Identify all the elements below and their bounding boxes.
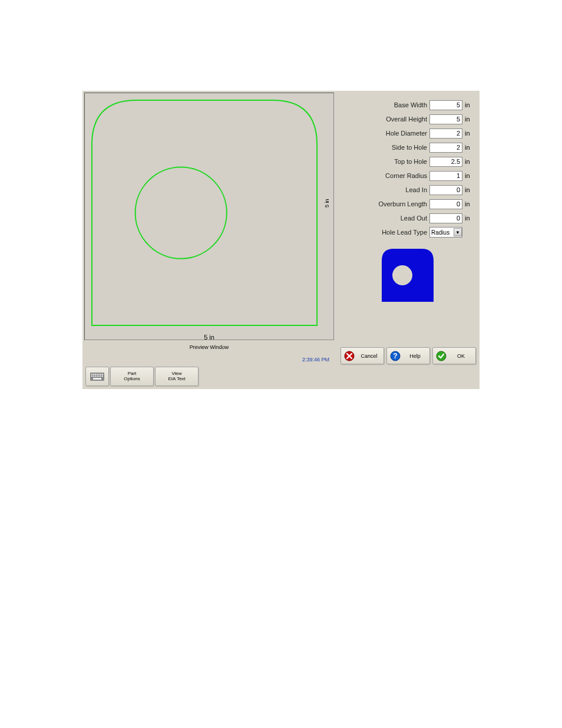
cancel-icon [344,351,355,361]
row-hole-diameter: Hole Diameter in [345,126,474,140]
parameter-panel: Base Width in Overall Height in Hole Dia… [345,98,474,239]
label-lead-in: Lead In [345,186,427,193]
label-corner-radius: Corner Radius [345,172,427,179]
svg-text:?: ? [393,352,397,360]
clock-label: 2:39:46 PM [302,357,329,363]
part-options-label: Part Options [124,371,140,382]
svg-rect-10 [93,375,94,377]
svg-rect-12 [97,375,98,377]
label-side-to-hole: Side to Hole [345,144,427,151]
preview-width-label: 5 in [84,334,334,341]
svg-rect-5 [97,374,98,375]
ok-icon [436,351,447,361]
part-options-button[interactable]: Part Options [110,367,154,386]
input-lead-out[interactable] [429,213,462,223]
select-hole-lead-type-value: Radius [431,229,449,236]
svg-rect-15 [102,375,103,377]
help-label: Help [404,353,429,359]
unit-hole-diameter: in [465,130,474,137]
row-base-width: Base Width in [345,98,474,112]
svg-point-0 [135,167,227,258]
preview-caption: Preview Window [84,344,334,350]
bottom-toolbar: Part Options View EIA Text [85,367,199,386]
select-hole-lead-type[interactable]: Radius ▼ [429,227,462,238]
row-hole-lead-type: Hole Lead Type Radius ▼ [345,225,474,239]
unit-overall-height: in [465,116,474,123]
input-hole-diameter[interactable] [429,129,462,139]
row-lead-out: Lead Out in [345,211,474,225]
keyboard-icon [90,373,104,381]
ok-button[interactable]: OK [432,347,476,364]
label-hole-diameter: Hole Diameter [345,130,427,137]
svg-rect-11 [95,375,96,377]
input-side-to-hole[interactable] [429,143,462,153]
svg-rect-14 [100,375,101,377]
label-hole-lead-type: Hole Lead Type [345,229,427,236]
app-panel: 5 in 5 in Preview Window 2:39:46 PM [82,91,480,389]
row-lead-in: Lead In in [345,183,474,197]
unit-side-to-hole: in [465,144,474,151]
input-overburn-length[interactable] [429,199,462,209]
svg-point-17 [392,265,412,285]
svg-rect-7 [100,374,101,375]
row-corner-radius: Corner Radius in [345,169,474,183]
dialog-action-buttons: Cancel ? Help OK [340,347,476,364]
view-eia-text-label: View EIA Text [168,371,185,382]
help-button[interactable]: ? Help [386,347,430,364]
unit-top-to-hole: in [465,158,474,165]
preview-height-label: 5 in [324,199,330,207]
input-base-width[interactable] [429,100,462,110]
label-top-to-hole: Top to Hole [345,158,427,165]
row-overburn-length: Overburn Length in [345,197,474,211]
shape-thumbnail [382,249,434,302]
label-overall-height: Overall Height [345,116,427,123]
svg-rect-8 [102,374,103,375]
svg-point-21 [437,351,446,361]
label-lead-out: Lead Out [345,215,427,222]
svg-rect-13 [98,375,100,377]
view-eia-text-button[interactable]: View EIA Text [155,367,199,386]
svg-rect-2 [91,374,92,375]
chevron-down-icon: ▼ [454,228,462,236]
svg-rect-9 [91,375,92,377]
label-base-width: Base Width [345,101,427,108]
row-side-to-hole: Side to Hole in [345,140,474,154]
input-lead-in[interactable] [429,185,462,195]
cancel-button[interactable]: Cancel [340,347,384,364]
svg-rect-6 [98,374,100,375]
input-top-to-hole[interactable] [429,157,462,167]
input-corner-radius[interactable] [429,171,462,181]
svg-rect-3 [93,374,94,375]
unit-corner-radius: in [465,172,474,179]
row-overall-height: Overall Height in [345,112,474,126]
unit-overburn-length: in [465,200,474,207]
cancel-label: Cancel [358,353,384,359]
svg-rect-4 [95,374,96,375]
help-icon: ? [390,351,401,361]
part-preview-svg [85,93,333,340]
unit-lead-in: in [465,186,474,193]
unit-base-width: in [465,101,474,108]
ok-label: OK [450,353,475,359]
unit-lead-out: in [465,215,474,222]
input-overall-height[interactable] [429,114,462,124]
label-overburn-length: Overburn Length [345,200,427,207]
keyboard-button[interactable] [85,367,109,386]
row-top-to-hole: Top to Hole in [345,154,474,169]
svg-rect-16 [93,378,101,380]
preview-window [84,93,334,340]
